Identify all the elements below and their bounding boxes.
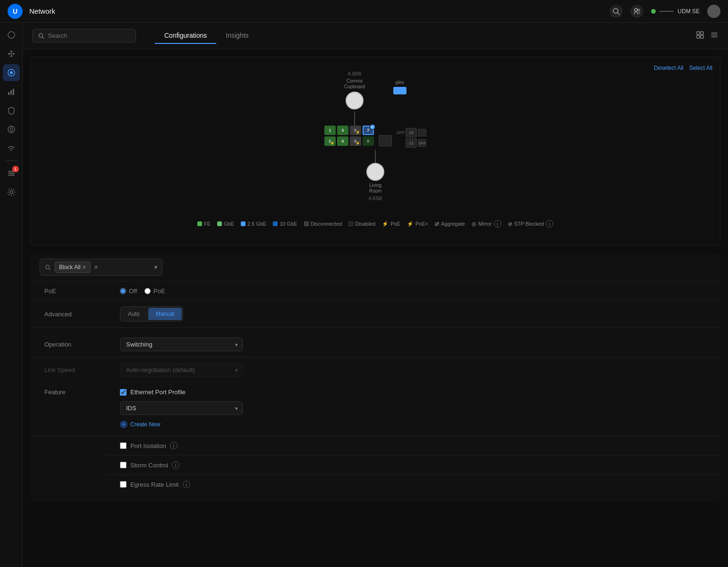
settings-panel: Block All × × ▾ PoE Off [30, 253, 720, 501]
sidebar-item-network[interactable] [3, 64, 20, 81]
topbar: U Network UDM SE [0, 0, 728, 23]
link-speed-value: Auto-negotiation (default) [120, 363, 706, 377]
filter-caret[interactable]: ▾ [154, 264, 157, 271]
port-2[interactable]: 2 ⚡ [324, 136, 336, 146]
tab-insights[interactable]: Insights [216, 28, 258, 44]
sfp-group: SFP 10 SFP 11 SFP [397, 128, 427, 148]
storm-control-row: Storm Control i [106, 456, 720, 475]
deselect-all-button[interactable]: Deselect All [654, 65, 684, 71]
plex-node: plex [393, 80, 406, 94]
legend-disc-dot [304, 221, 309, 226]
svg-point-2 [635, 8, 637, 11]
port-1[interactable]: 1 [324, 126, 336, 135]
svg-point-12 [10, 71, 13, 74]
ids-select-container: IDS + Create New [120, 401, 243, 430]
main-content: Configurations Insights Deselect All Sel… [23, 23, 728, 567]
egress-rate-info[interactable]: i [183, 481, 190, 488]
more-options[interactable] [710, 31, 719, 41]
sidebar-item-wifi[interactable] [3, 140, 20, 157]
link-speed-row: Link Speed Auto-negotiation (default) [30, 357, 720, 383]
ids-select[interactable]: IDS [120, 401, 243, 415]
switch-group-2 [379, 135, 392, 146]
operation-select[interactable]: Switching [120, 338, 243, 351]
operation-row: Operation Switching [30, 332, 720, 357]
svg-rect-27 [697, 32, 700, 34]
port-5[interactable]: 5 ⚡ [350, 126, 361, 135]
stp-info-icon[interactable]: i [546, 220, 553, 228]
port-4[interactable]: 4 [337, 136, 348, 146]
living-room-power: 4.63W [369, 196, 382, 201]
section-divider [30, 330, 720, 330]
port-isolation-checkbox[interactable] [120, 442, 127, 449]
storm-control-label: Storm Control [130, 462, 168, 469]
comms-label: CommsCupboard [344, 78, 365, 90]
svg-rect-29 [697, 35, 700, 38]
plex-device[interactable] [393, 87, 406, 94]
port-10[interactable]: 10 [406, 128, 417, 137]
search-box[interactable] [32, 29, 136, 42]
filter-bar: Block All × × ▾ [30, 253, 720, 282]
port-sfp-1[interactable] [418, 129, 426, 136]
app-title: Network [29, 7, 55, 15]
port-sfp-2[interactable]: SFP [418, 139, 426, 147]
page-content: Deselect All Select All 4.38W CommsCupbo… [23, 49, 728, 567]
legend-fe-dot [197, 221, 202, 226]
svg-point-20 [10, 150, 11, 151]
device-line [660, 11, 674, 12]
sidebar-item-shield[interactable] [3, 102, 20, 119]
switch-area: 1 3 5 ⚡ 7 [324, 126, 427, 148]
tab-configurations[interactable]: Configurations [155, 28, 216, 44]
manual-button[interactable]: Manual [148, 308, 182, 320]
sidebar-item-settings[interactable] [3, 184, 20, 201]
storm-control-checkbox[interactable] [120, 462, 127, 468]
search-icon[interactable] [609, 5, 623, 18]
create-new-button[interactable]: + Create New [120, 419, 160, 430]
port-isolation-wrap: Port Isolation i [120, 442, 178, 449]
poe-off-radio[interactable]: Off [120, 288, 137, 295]
sidebar-item-topology[interactable] [3, 45, 20, 62]
legend-25gbe: 2.5 GbE [241, 220, 266, 228]
svg-rect-13 [8, 92, 9, 95]
poe-row: PoE Off PoE [30, 282, 720, 301]
sidebar-item-home[interactable] [3, 26, 20, 43]
comms-circle[interactable] [346, 92, 364, 110]
egress-rate-wrap: Egress Rate Limit i [120, 481, 190, 488]
legend-10gbe: 10 GbE [273, 220, 297, 228]
layout-toggle[interactable] [696, 31, 704, 41]
select-all-button[interactable]: Select All [689, 65, 712, 71]
living-room-circle[interactable] [366, 163, 384, 181]
search-icon [38, 33, 44, 39]
legend-25gbe-dot [241, 221, 245, 226]
svg-point-24 [10, 191, 13, 194]
filter-clear-button[interactable]: × [94, 263, 98, 271]
mirror-info-icon[interactable]: i [494, 220, 501, 228]
port-7-selected[interactable]: 7 ✓ [363, 126, 374, 135]
port-isolation-row: Port Isolation i [106, 436, 720, 456]
sidebar-item-alerts[interactable] [3, 165, 20, 182]
legend-dis-dot [348, 221, 353, 226]
ids-select-wrap: IDS [120, 401, 243, 415]
legend-aggregate: ⇄ Aggregate [435, 220, 465, 228]
auto-button[interactable]: Auto [120, 307, 147, 321]
sidebar-item-discover[interactable] [3, 121, 20, 138]
link-speed-select[interactable]: Auto-negotiation (default) [120, 363, 243, 377]
poe-on-radio[interactable]: PoE [144, 288, 165, 295]
egress-rate-checkbox[interactable] [120, 481, 127, 488]
ethernet-profile-checkbox[interactable] [120, 389, 127, 396]
filter-tag: Block All × [55, 262, 91, 273]
filter-remove-button[interactable]: × [82, 263, 86, 271]
storm-control-info[interactable]: i [172, 461, 179, 469]
port-6[interactable]: 6 ⚡ [350, 136, 361, 146]
port-11[interactable]: 11 [406, 138, 417, 148]
poe-value: Off PoE [120, 288, 706, 295]
port-isolation-info[interactable]: i [170, 442, 178, 449]
users-icon[interactable] [630, 5, 643, 18]
filter-search[interactable]: Block All × × ▾ [40, 259, 162, 276]
port-9[interactable] [379, 135, 392, 146]
sidebar-item-stats[interactable] [3, 83, 20, 100]
port-8[interactable]: 8 [363, 136, 374, 146]
port-3[interactable]: 3 [337, 126, 348, 135]
user-avatar[interactable] [707, 5, 720, 18]
search-input[interactable] [48, 32, 130, 39]
app-logo[interactable]: U [8, 4, 23, 19]
